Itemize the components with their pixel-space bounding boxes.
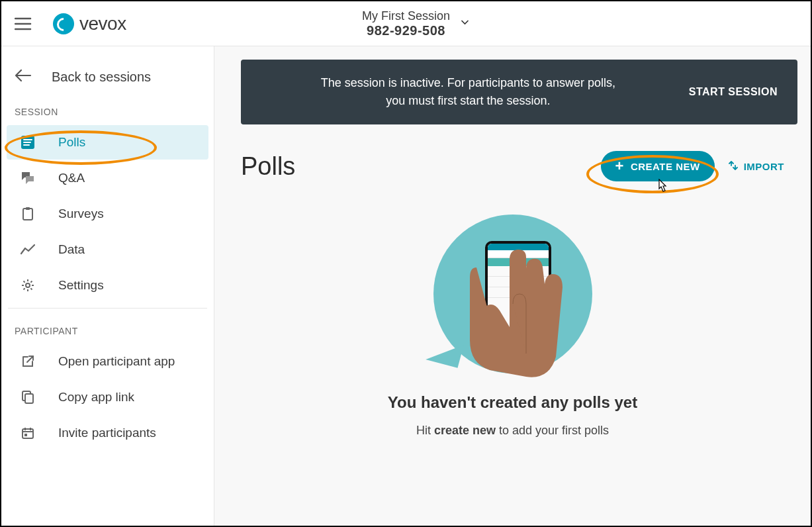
page-title: Polls [241, 152, 295, 181]
sidebar-item-label: Settings [58, 278, 104, 293]
session-id: 982-929-508 [362, 23, 450, 38]
banner-message: The session is inactive. For participant… [261, 74, 676, 110]
empty-sub-prefix: Hit [416, 424, 434, 437]
start-session-button[interactable]: START SESSION [689, 86, 778, 98]
sidebar-item-surveys[interactable]: Surveys [7, 197, 208, 231]
arrow-left-icon [15, 69, 32, 85]
sidebar-divider [8, 308, 207, 309]
sidebar-item-label: Copy app link [58, 390, 134, 405]
svg-rect-5 [25, 394, 33, 403]
empty-illustration [427, 208, 599, 380]
svg-rect-1 [23, 209, 32, 220]
section-label-participant: PARTICIPANT [1, 314, 214, 343]
empty-sub-bold: create new [434, 424, 496, 437]
sidebar-item-qa[interactable]: Q&A [7, 161, 208, 195]
sidebar-item-data[interactable]: Data [7, 232, 208, 267]
import-button[interactable]: IMPORT [728, 160, 784, 173]
clipboard-icon [20, 206, 36, 222]
empty-state-heading: You haven't created any polls yet [214, 393, 811, 412]
banner-line2: you must first start the session. [386, 94, 550, 107]
sidebar-item-label: Data [58, 242, 85, 257]
poll-icon [20, 134, 36, 150]
empty-state-subtext: Hit create new to add your first polls [214, 424, 811, 438]
main-content: The session is inactive. For participant… [214, 46, 811, 526]
empty-sub-suffix: to add your first polls [496, 424, 609, 437]
sidebar: Back to sessions SESSION Polls Q&A Surve… [1, 46, 214, 526]
caret-down-icon [461, 16, 469, 28]
sidebar-item-settings[interactable]: Settings [7, 268, 208, 303]
brand-logo[interactable]: vevox [53, 13, 126, 34]
svg-point-3 [26, 283, 30, 287]
calendar-icon [20, 425, 36, 441]
section-label-session: SESSION [1, 95, 214, 124]
svg-rect-2 [26, 207, 30, 210]
back-label: Back to sessions [52, 70, 151, 85]
plus-icon: + [615, 159, 624, 173]
svg-rect-6 [23, 429, 33, 438]
session-selector[interactable]: My First Session 982-929-508 [362, 9, 450, 38]
brand-icon [53, 13, 74, 34]
empty-state: You haven't created any polls yet Hit cr… [214, 208, 811, 438]
inactive-session-banner: The session is inactive. For participant… [241, 60, 797, 124]
import-icon [728, 160, 739, 173]
session-name: My First Session [362, 9, 450, 23]
sidebar-item-polls[interactable]: Polls [7, 125, 208, 160]
menu-button[interactable] [15, 17, 33, 30]
sidebar-item-open-app[interactable]: Open participant app [7, 344, 208, 379]
back-to-sessions[interactable]: Back to sessions [1, 60, 214, 95]
sidebar-item-label: Q&A [58, 171, 85, 185]
sidebar-item-invite[interactable]: Invite participants [7, 416, 208, 450]
brand-text: vevox [79, 13, 126, 34]
banner-line1: The session is inactive. For participant… [321, 76, 615, 89]
sidebar-item-label: Surveys [58, 207, 104, 221]
app-header: vevox My First Session 982-929-508 [1, 1, 811, 46]
sidebar-item-label: Polls [58, 135, 85, 150]
chat-icon [20, 170, 36, 186]
gear-icon [20, 277, 36, 293]
external-link-icon [20, 354, 36, 369]
svg-rect-7 [24, 434, 27, 436]
create-new-button[interactable]: + CREATE NEW [601, 151, 715, 181]
import-label: IMPORT [744, 161, 784, 172]
sidebar-item-label: Open participant app [58, 354, 175, 369]
create-new-label: CREATE NEW [631, 161, 700, 172]
sidebar-item-copy-link[interactable]: Copy app link [7, 380, 208, 414]
chart-line-icon [20, 242, 36, 258]
sidebar-item-label: Invite participants [58, 426, 156, 440]
copy-icon [20, 389, 36, 405]
